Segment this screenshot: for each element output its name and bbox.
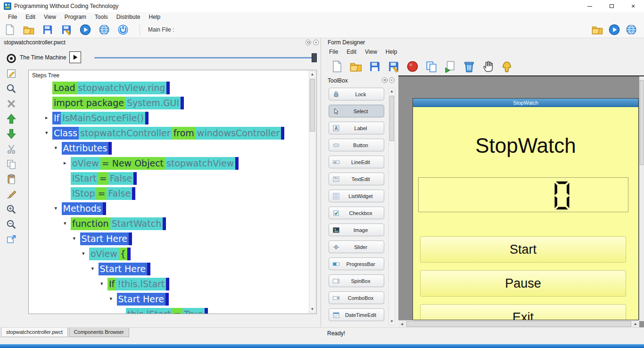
toolbox-item-spinbox[interactable]: SpinBox [329, 274, 384, 287]
toolbox-item-listwidget[interactable]: ListWidget [329, 190, 384, 202]
time-machine-slider[interactable] [94, 53, 317, 62]
toolbox-item-datetimeedit[interactable]: DateTimeEdit [329, 308, 384, 321]
scrollbar-thumb[interactable] [310, 79, 315, 132]
form-button-exit[interactable]: Exit [420, 304, 626, 320]
save-as-icon[interactable] [387, 60, 400, 73]
collapse-arrow-icon[interactable]: ▾ [91, 265, 94, 272]
target-icon[interactable] [5, 52, 18, 65]
collapse-arrow-icon[interactable]: ▾ [100, 281, 103, 287]
tree-row[interactable]: ▾Start Here [80, 232, 132, 245]
power-icon[interactable] [117, 24, 129, 36]
scrollbar-thumb[interactable] [406, 321, 631, 327]
record-icon[interactable] [406, 60, 419, 73]
toolbox-item-lock[interactable]: Lock [329, 88, 384, 100]
scroll-left-icon[interactable]: ◄ [398, 321, 405, 327]
form-heading-label[interactable]: StopWatch [413, 134, 638, 157]
tree-row[interactable]: ▾Start Here [99, 263, 151, 275]
form-button-start[interactable]: Start [420, 236, 626, 263]
design-vertical-scrollbar[interactable] [639, 76, 644, 321]
menu-view[interactable]: View [40, 12, 60, 22]
tree-row[interactable]: this.lStart = True [126, 308, 208, 314]
collapse-arrow-icon[interactable]: ▾ [64, 220, 66, 226]
menu-file[interactable]: File [4, 12, 21, 22]
fd-menu-file[interactable]: File [325, 47, 342, 57]
close-toolbox-button[interactable]: × [389, 77, 395, 83]
delete-icon[interactable] [5, 98, 18, 110]
trash-icon[interactable] [462, 60, 476, 73]
close-button[interactable]: × [622, 0, 644, 12]
tab-stopwatchcontroller-pwct[interactable]: stopwatchcontroller.pwct [1, 328, 68, 337]
brush-icon[interactable] [5, 188, 18, 200]
open-folder-icon[interactable] [23, 24, 35, 36]
collapse-arrow-icon[interactable]: ▾ [110, 296, 113, 302]
tab-components-browser[interactable]: Components Browser [69, 328, 129, 337]
time-machine-play-button[interactable] [69, 51, 81, 63]
tree-row[interactable]: ▾function StartWatch [71, 217, 166, 230]
form-button-pause[interactable]: Pause [420, 270, 626, 297]
tree-row[interactable]: import package System.GUI [52, 97, 184, 109]
edit-icon[interactable] [5, 67, 18, 80]
float-panel-button[interactable] [305, 40, 311, 45]
expand-arrow-icon[interactable]: ▸ [45, 115, 48, 121]
copy-icon[interactable] [5, 158, 18, 170]
new-file-icon[interactable] [4, 24, 16, 36]
scrollbar-thumb[interactable] [640, 80, 644, 165]
menu-program[interactable]: Program [60, 12, 91, 22]
search-icon[interactable] [5, 83, 18, 95]
collapse-arrow-icon[interactable]: ▾ [55, 145, 58, 151]
run-icon[interactable] [608, 24, 620, 36]
tree-row[interactable]: lStart = False [71, 172, 137, 185]
tree-row[interactable]: ▾Start Here [117, 293, 169, 306]
export-icon[interactable] [5, 233, 18, 246]
menu-tools[interactable]: Tools [91, 12, 112, 22]
scroll-up-icon[interactable]: ▲ [309, 71, 315, 78]
cut-icon[interactable] [5, 143, 18, 155]
scroll-down-icon[interactable]: ▼ [309, 306, 315, 313]
menu-edit[interactable]: Edit [21, 12, 40, 22]
paste-page-icon[interactable] [444, 60, 457, 73]
globe-icon[interactable] [98, 24, 110, 36]
run-icon[interactable] [79, 24, 91, 36]
minimize-button[interactable] [579, 0, 601, 12]
new-file-icon[interactable] [330, 60, 344, 73]
expand-arrow-icon[interactable]: ▸ [64, 160, 66, 166]
toolbox-item-combobox[interactable]: ComboBox [329, 291, 384, 304]
float-toolbox-button[interactable] [382, 77, 388, 83]
globe-icon[interactable] [625, 24, 637, 36]
save-icon[interactable] [368, 60, 381, 73]
save-icon[interactable] [41, 24, 54, 36]
scroll-down-icon[interactable]: ▼ [389, 318, 395, 325]
toolbox-item-lineedit[interactable]: abLineEdit [329, 156, 384, 168]
save-as-icon[interactable] [60, 24, 73, 36]
maximize-button[interactable] [601, 0, 622, 12]
fd-menu-help[interactable]: Help [381, 47, 402, 57]
scroll-right-icon[interactable]: ► [632, 321, 639, 327]
move-up-icon[interactable] [5, 113, 18, 125]
toolbox-item-button[interactable]: Button [329, 139, 384, 151]
toolbox-item-label[interactable]: ALabel [329, 122, 384, 134]
lcd-display[interactable]: 0 [418, 177, 628, 212]
fd-menu-edit[interactable]: Edit [342, 47, 361, 57]
zoom-in-icon[interactable] [5, 203, 18, 215]
scrollbar-thumb[interactable] [389, 96, 394, 141]
fd-menu-view[interactable]: View [361, 47, 381, 57]
tree-row[interactable]: lStop = False [71, 187, 135, 200]
toolbox-item-image[interactable]: Image [329, 224, 384, 236]
tree-row[interactable]: ▾oView { [89, 248, 131, 260]
menu-distribute[interactable]: Distribute [112, 12, 145, 22]
toolbox-item-progressbar[interactable]: ProgressBar [329, 257, 384, 270]
collapse-arrow-icon[interactable]: ▾ [55, 205, 58, 211]
collapse-arrow-icon[interactable]: ▾ [45, 130, 48, 136]
move-down-icon[interactable] [5, 128, 18, 140]
menu-help[interactable]: Help [145, 12, 165, 22]
open-folder-icon[interactable] [591, 24, 603, 36]
paint-icon[interactable] [500, 60, 513, 73]
paste-icon[interactable] [5, 173, 18, 185]
open-folder-icon[interactable] [349, 60, 363, 73]
design-horizontal-scrollbar[interactable]: ◄ ► [398, 320, 639, 327]
steps-tree-scrollbar[interactable]: ▲ ▼ [309, 71, 316, 313]
toolbox-item-checkbox[interactable]: Checkbox [329, 207, 384, 219]
hand-icon[interactable] [481, 60, 495, 73]
tree-row[interactable]: ▸If IsMainSourceFile() [52, 112, 149, 124]
toolbox-item-textedit[interactable]: TextTextEdit [329, 173, 384, 185]
